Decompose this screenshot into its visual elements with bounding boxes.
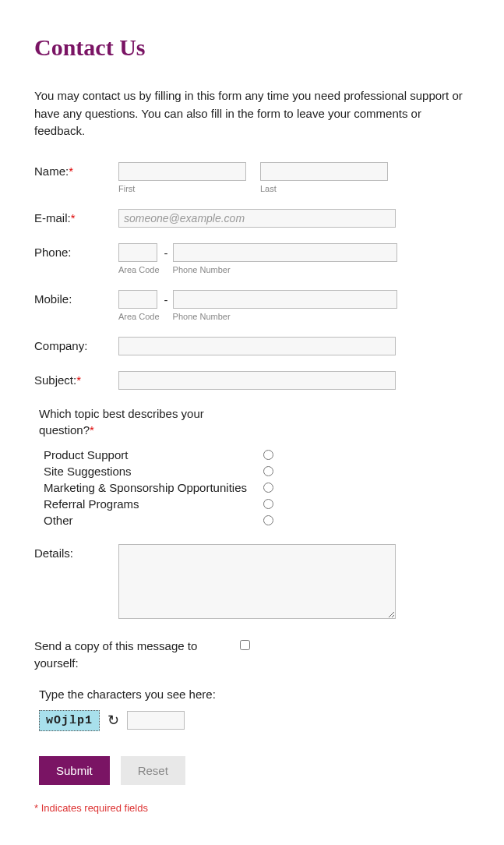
mobile-dash: -: [164, 293, 168, 321]
phone-row: Phone: Area Code - Phone Number: [34, 243, 470, 274]
page-title: Contact Us: [34, 34, 470, 61]
topic-radio-product-support[interactable]: [263, 450, 273, 460]
required-footnote: * Indicates required fields: [34, 802, 470, 814]
topic-section: Which topic best describes your question…: [39, 405, 470, 528]
topic-option-label[interactable]: Other: [39, 514, 263, 527]
intro-text: You may contact us by filling in this fo…: [34, 87, 470, 140]
topic-option-label[interactable]: Referral Programs: [39, 497, 263, 511]
phone-number-input[interactable]: [173, 243, 397, 262]
topic-option-label[interactable]: Site Suggestions: [39, 465, 263, 478]
phone-area-sublabel: Area Code: [118, 265, 160, 274]
topic-option-label[interactable]: Product Support: [39, 448, 263, 461]
mobile-number-input[interactable]: [173, 290, 397, 309]
details-label: Details:: [34, 544, 118, 560]
topic-option-label[interactable]: Marketing & Sponsorship Opportunities: [39, 481, 263, 494]
phone-dash: -: [164, 246, 168, 274]
last-name-input[interactable]: [260, 162, 388, 181]
topic-radio-other[interactable]: [263, 515, 273, 525]
first-name-sublabel: First: [118, 184, 246, 193]
details-row: Details:: [34, 544, 470, 622]
first-name-input[interactable]: [118, 162, 246, 181]
refresh-icon[interactable]: ↻: [107, 712, 119, 729]
copy-self-row: Send a copy of this message to yourself:: [34, 638, 470, 672]
submit-button[interactable]: Submit: [39, 756, 110, 785]
subject-label: Subject:*: [34, 371, 118, 387]
topic-option-row: Other: [39, 514, 470, 527]
reset-button[interactable]: Reset: [121, 756, 185, 785]
subject-input[interactable]: [118, 371, 396, 390]
mobile-area-code-input[interactable]: [118, 290, 157, 309]
email-input[interactable]: [118, 209, 396, 228]
topic-option-row: Marketing & Sponsorship Opportunities: [39, 481, 470, 494]
subject-row: Subject:*: [34, 371, 470, 390]
last-name-sublabel: Last: [260, 184, 388, 193]
captcha-label: Type the characters you see here:: [39, 688, 470, 701]
topic-radio-marketing[interactable]: [263, 483, 273, 493]
email-row: E-mail:*: [34, 209, 470, 228]
email-label: E-mail:*: [34, 209, 118, 225]
topic-question: Which topic best describes your question…: [39, 405, 241, 440]
company-label: Company:: [34, 337, 118, 352]
mobile-row: Mobile: Area Code - Phone Number: [34, 290, 470, 321]
topic-option-row: Referral Programs: [39, 497, 470, 511]
details-textarea[interactable]: [118, 544, 396, 619]
mobile-label: Mobile:: [34, 290, 118, 306]
phone-number-sublabel: Phone Number: [173, 265, 397, 274]
name-row: Name:* First Last: [34, 162, 470, 193]
topic-radio-site-suggestions[interactable]: [263, 466, 273, 476]
mobile-number-sublabel: Phone Number: [173, 312, 397, 321]
company-row: Company:: [34, 337, 470, 355]
captcha-input[interactable]: [127, 711, 185, 730]
phone-area-code-input[interactable]: [118, 243, 157, 262]
copy-self-checkbox[interactable]: [240, 640, 250, 650]
topic-option-row: Site Suggestions: [39, 465, 470, 478]
captcha-row: wOjlp1 ↻: [39, 710, 470, 731]
name-label: Name:*: [34, 162, 118, 178]
button-row: Submit Reset: [39, 756, 470, 785]
copy-self-label: Send a copy of this message to yourself:: [34, 638, 237, 672]
company-input[interactable]: [118, 337, 396, 355]
topic-option-row: Product Support: [39, 448, 470, 461]
phone-label: Phone:: [34, 243, 118, 259]
mobile-area-sublabel: Area Code: [118, 312, 160, 321]
topic-radio-referral[interactable]: [263, 499, 273, 509]
captcha-image: wOjlp1: [39, 710, 100, 731]
